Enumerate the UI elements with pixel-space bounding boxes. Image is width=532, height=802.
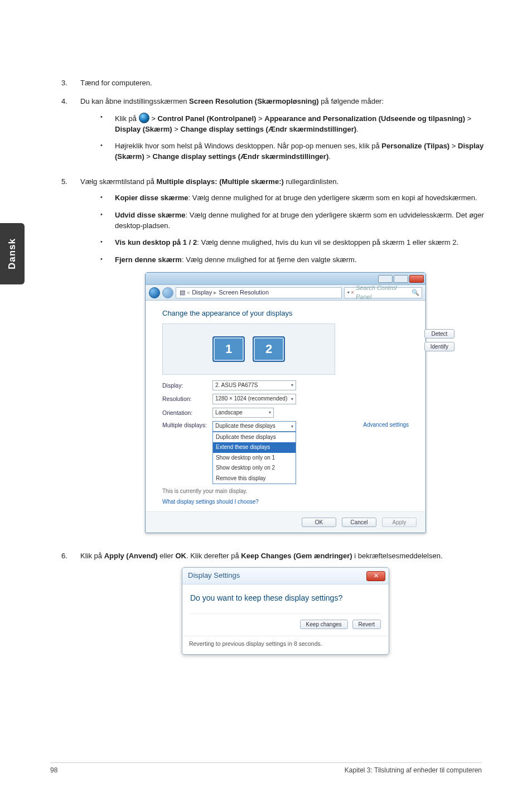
- cancel-button[interactable]: Cancel: [342, 518, 376, 527]
- confirm-dialog: Display Settings ✕ Do you want to keep t…: [182, 567, 389, 654]
- step-number: 5.: [61, 177, 80, 543]
- step-6: 6. Klik på Apply (Anvend) eller OK. Klik…: [61, 551, 491, 654]
- forward-button[interactable]: [162, 287, 173, 298]
- dialog-question: Do you want to keep these display settin…: [190, 592, 381, 603]
- text: >: [144, 152, 153, 161]
- bold: Change display settings (Ændr skærmindst…: [153, 152, 329, 161]
- option-only-2[interactable]: Show desktop only on 2: [213, 463, 296, 474]
- option-duplicate[interactable]: Duplicate these displays: [213, 432, 296, 443]
- bold: Change display settings (Ændr skærmindst…: [180, 125, 356, 133]
- text: >: [172, 125, 181, 133]
- chevron-down-icon: ▾: [291, 382, 293, 389]
- search-input[interactable]: ▾ ✕ Search Control Panel 🔍: [344, 287, 422, 298]
- bold: Vis kun desktop på 1 / 2: [115, 238, 197, 247]
- help-link[interactable]: What display settings should I choose?: [162, 498, 409, 506]
- language-label: Dansk: [7, 238, 18, 269]
- chevron-right-icon: ▸: [214, 288, 217, 297]
- maximize-button[interactable]: [394, 275, 408, 283]
- bold: Personalize (Tilpas): [381, 142, 449, 150]
- chevron-down-icon: ▾: [291, 396, 293, 403]
- sub-bullet: Vis kun desktop på 1 / 2: Vælg denne mul…: [100, 238, 491, 248]
- close-button[interactable]: [409, 275, 424, 283]
- bold: Keep Changes (Gem ændringer): [241, 552, 352, 560]
- step-number: 3.: [61, 78, 80, 89]
- back-button[interactable]: [149, 287, 160, 298]
- minimize-button[interactable]: [378, 275, 393, 283]
- text: Klik på: [80, 552, 104, 560]
- advanced-settings-link[interactable]: Advanced settings: [363, 421, 409, 429]
- orientation-select[interactable]: Landscape▾: [212, 408, 274, 418]
- sub-bullet: Kopier disse skærme: Vælg denne mulighed…: [100, 193, 491, 204]
- text: Klik på: [115, 114, 139, 123]
- ok-button[interactable]: OK: [302, 518, 336, 527]
- option-remove[interactable]: Remove this display: [213, 474, 296, 484]
- identify-button[interactable]: Identify: [424, 342, 454, 351]
- detect-button[interactable]: Detect: [424, 329, 454, 339]
- sub-bullet: Fjern denne skærm: Vælg denne mulighed f…: [100, 255, 491, 265]
- option-only-1[interactable]: Show desktop only on 1: [213, 453, 296, 463]
- bold: Appearance and Personalization (Udseende…: [264, 114, 465, 123]
- revert-button[interactable]: Revert: [352, 620, 381, 629]
- text: Vælg skærmtilstand på: [80, 177, 157, 186]
- text: : Vælg denne mulighed, hvis du kun vil s…: [197, 238, 458, 247]
- text: eller: [158, 552, 176, 560]
- bold: Screen Resolution (Skærmopløsning): [189, 97, 319, 105]
- breadcrumb[interactable]: ▧ « Display ▸ Screen Resolution: [176, 287, 342, 298]
- step-number: 4.: [61, 96, 80, 169]
- apply-button[interactable]: Apply: [382, 518, 417, 527]
- text: Du kan åbne indstillingsskærmen: [80, 97, 189, 105]
- label: Resolution:: [162, 395, 212, 403]
- text: .: [356, 125, 359, 133]
- search-icon: 🔍: [412, 288, 419, 297]
- step-number: 6.: [61, 551, 80, 654]
- text: rullegardinlisten.: [284, 177, 338, 186]
- text: : Vælg denne mulighed for at fjerne den …: [182, 255, 357, 264]
- bold: Display (Skærm): [115, 125, 172, 133]
- label: Multiple displays:: [162, 421, 212, 429]
- resolution-select[interactable]: 1280 × 1024 (recommended)▾: [212, 394, 296, 404]
- bold: OK: [176, 552, 187, 560]
- close-button[interactable]: ✕: [366, 571, 385, 581]
- text: >: [149, 114, 158, 123]
- keep-changes-button[interactable]: Keep changes: [300, 620, 348, 629]
- sub-bullet: Udvid disse skærme: Vælg denne mulighed …: [100, 210, 491, 231]
- start-orb-icon: [139, 113, 149, 123]
- bold: Kopier disse skærme: [115, 194, 188, 202]
- monitor-2[interactable]: 2: [253, 336, 285, 362]
- text: : Vælg denne mulighed for at bruge den y…: [188, 194, 477, 202]
- crumb-item: Display: [192, 288, 212, 297]
- page-number: 98: [50, 766, 57, 774]
- bold: Control Panel (Kontrolpanel): [157, 114, 256, 123]
- chevron-down-icon: ▾: [347, 289, 349, 296]
- window-heading: Change the appearance of your displays: [162, 308, 409, 319]
- crumb-item: Screen Resolution: [219, 288, 269, 297]
- option-extend[interactable]: Extend these displays: [213, 442, 296, 453]
- screen-resolution-window: ▧ « Display ▸ Screen Resolution ▾ ✕ Sear…: [145, 272, 426, 533]
- text: i bekræftelsesmeddelelsen.: [352, 552, 443, 560]
- bold: Apply (Anvend): [104, 552, 158, 560]
- countdown-note: Reverting to previous display settings i…: [182, 636, 389, 654]
- address-bar: ▧ « Display ▸ Screen Resolution ▾ ✕ Sear…: [146, 285, 425, 301]
- bold: Udvid disse skærme: [115, 211, 185, 219]
- page-footer: 98 Kapitel 3: Tilslutning af enheder til…: [50, 762, 482, 774]
- dialog-titlebar: Display Settings ✕: [182, 568, 389, 584]
- sub-bullet: Højreklik hvor som helst på Windows desk…: [100, 141, 491, 162]
- multiple-displays-select[interactable]: Duplicate these displays▾: [212, 421, 296, 432]
- monitor-1[interactable]: 1: [212, 336, 245, 362]
- display-select[interactable]: 2. ASUS PA677S▾: [212, 380, 296, 391]
- sub-bullet: Klik på > Control Panel (Kontrolpanel) >…: [100, 113, 491, 135]
- search-placeholder: Search Control Panel: [356, 284, 412, 302]
- resolution-row: Resolution: 1280 × 1024 (recommended)▾: [162, 394, 409, 404]
- text: >: [465, 114, 471, 123]
- step-4: 4. Du kan åbne indstillingsskærmen Scree…: [61, 96, 491, 169]
- dialog-title: Display Settings: [188, 571, 240, 581]
- multiple-displays-dropdown[interactable]: Duplicate these displays Extend these di…: [212, 432, 296, 485]
- bold: Multiple displays: (Multiple skærme:): [157, 177, 284, 186]
- chevron-down-icon: ▾: [291, 423, 293, 430]
- text: Højreklik hvor som helst på Windows desk…: [115, 142, 381, 150]
- monitor-preview[interactable]: 1 2: [162, 323, 335, 375]
- separator-icon: «: [187, 288, 190, 297]
- text: >: [449, 142, 458, 150]
- text: .: [328, 152, 331, 161]
- step-3: 3. Tænd for computeren.: [61, 78, 491, 89]
